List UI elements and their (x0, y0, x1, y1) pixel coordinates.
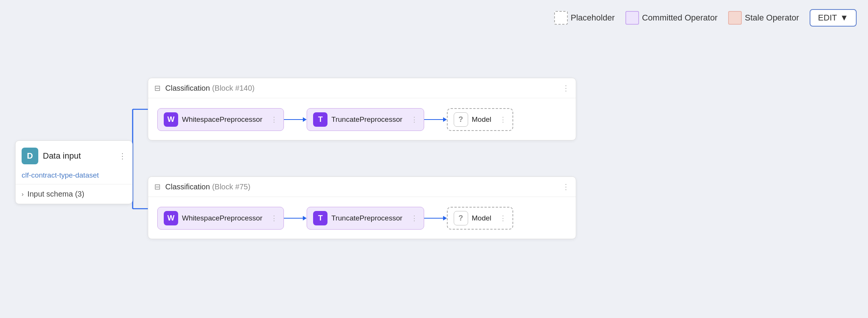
stale-legend: Stale Operator (728, 11, 799, 25)
block-1-header: ⊟ Classification (Block #140) ⋮ (148, 78, 576, 98)
op-menu-model-2[interactable]: ⋮ (500, 214, 506, 222)
chevron-down-icon: ▼ (840, 13, 848, 23)
op-label-truncate-2: TruncatePreprocessor (331, 214, 402, 222)
placeholder-legend: Placeholder (554, 11, 615, 25)
block-1-icon: ⊟ (154, 83, 161, 93)
stale-label: Stale Operator (745, 13, 799, 23)
op-icon-t-1: T (313, 112, 327, 127)
operator-model-1[interactable]: ? Model ⋮ (447, 108, 514, 131)
op-label-whitespace-1: WhitespacePreprocessor (182, 115, 262, 124)
block-2-menu[interactable]: ⋮ (562, 182, 570, 191)
arrow-1-1 (284, 117, 307, 122)
operator-whitespace-2[interactable]: W WhitespacePreprocessor ⋮ (157, 207, 284, 230)
arrow-1-2 (424, 117, 447, 122)
schema-chevron-icon: › (22, 191, 24, 198)
schema-label: Input schema (3) (27, 190, 84, 198)
op-label-model-2: Model (472, 214, 492, 222)
op-icon-w-2: W (164, 211, 178, 225)
operator-truncate-2[interactable]: T TruncatePreprocessor ⋮ (307, 207, 424, 230)
operator-truncate-1[interactable]: T TruncatePreprocessor ⋮ (307, 108, 424, 131)
block-2-header: ⊟ Classification (Block #75) ⋮ (148, 177, 576, 197)
op-menu-model-1[interactable]: ⋮ (500, 115, 506, 124)
arrow-head-1-2 (443, 117, 447, 122)
block-2-title: Classification (Block #75) (165, 183, 251, 191)
legend-bar: Placeholder Committed Operator Stale Ope… (554, 9, 857, 27)
placeholder-icon (554, 11, 568, 25)
operator-model-2[interactable]: ? Model ⋮ (447, 207, 514, 230)
committed-label: Committed Operator (642, 13, 718, 23)
canvas: D Data input ⋮ clf-contract-type-dataset… (0, 38, 868, 318)
committed-icon (625, 11, 639, 25)
op-label-truncate-1: TruncatePreprocessor (331, 115, 402, 124)
arrow-line-2-1 (284, 218, 303, 219)
op-icon-t-2: T (313, 211, 327, 225)
op-menu-whitespace-1[interactable]: ⋮ (271, 115, 277, 124)
block-1-content: W WhitespacePreprocessor ⋮ T TruncatePre… (148, 98, 576, 140)
arrow-line-2-2 (424, 218, 443, 219)
arrow-2-2 (424, 216, 447, 220)
block-1-title: Classification (Block #140) (165, 84, 255, 93)
data-input-menu[interactable]: ⋮ (119, 151, 126, 161)
data-input-title: Data input (43, 151, 114, 161)
op-icon-q-1: ? (454, 112, 468, 127)
block-1-menu[interactable]: ⋮ (562, 83, 570, 93)
data-input-icon: D (22, 148, 38, 164)
classification-block-1: ⊟ Classification (Block #140) ⋮ W Whites… (148, 78, 576, 140)
op-icon-q-2: ? (454, 211, 468, 225)
placeholder-label: Placeholder (571, 13, 615, 23)
block-2-icon: ⊟ (154, 182, 161, 191)
data-input-link[interactable]: clf-contract-type-dataset (16, 171, 132, 184)
arrow-line-1-2 (424, 119, 443, 120)
data-input-header: D Data input ⋮ (16, 141, 132, 171)
arrow-head-1-1 (303, 117, 307, 122)
data-input-node: D Data input ⋮ clf-contract-type-dataset… (15, 140, 133, 204)
arrow-head-2-1 (303, 216, 307, 220)
arrow-head-2-2 (443, 216, 447, 220)
block-1-id: (Block #140) (212, 84, 254, 92)
input-schema-row[interactable]: › Input schema (3) (16, 184, 132, 204)
op-icon-w-1: W (164, 112, 178, 127)
op-label-whitespace-2: WhitespacePreprocessor (182, 214, 262, 222)
block-2-content: W WhitespacePreprocessor ⋮ T TruncatePre… (148, 197, 576, 239)
arrow-line-1-1 (284, 119, 303, 120)
committed-legend: Committed Operator (625, 11, 718, 25)
stale-icon (728, 11, 742, 25)
edit-button[interactable]: EDIT ▼ (810, 9, 857, 27)
op-menu-whitespace-2[interactable]: ⋮ (271, 214, 277, 222)
op-label-model-1: Model (472, 115, 492, 124)
op-menu-truncate-2[interactable]: ⋮ (411, 214, 418, 222)
op-menu-truncate-1[interactable]: ⋮ (411, 115, 418, 124)
classification-block-2: ⊟ Classification (Block #75) ⋮ W Whitesp… (148, 176, 576, 239)
block-2-id: (Block #75) (212, 183, 250, 191)
operator-whitespace-1[interactable]: W WhitespacePreprocessor ⋮ (157, 108, 284, 131)
arrow-2-1 (284, 216, 307, 220)
